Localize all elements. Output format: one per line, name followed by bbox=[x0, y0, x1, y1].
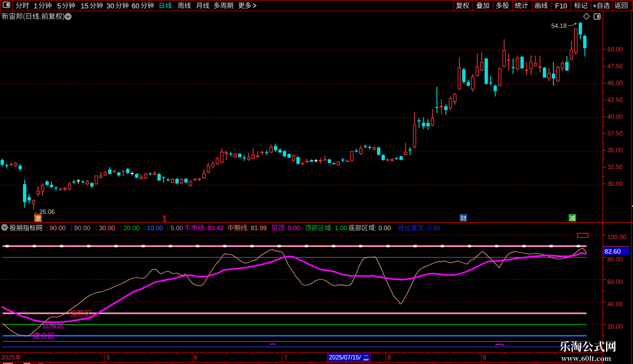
svg-text:: 0.00: : 0.00 bbox=[375, 225, 391, 231]
svg-text:30: 30 bbox=[106, 2, 114, 10]
svg-text:: 90.00: : 90.00 bbox=[46, 225, 66, 231]
svg-text:100.00: 100.00 bbox=[607, 234, 626, 240]
svg-text:8: 8 bbox=[388, 354, 391, 361]
svg-text:20.00: 20.00 bbox=[607, 323, 623, 330]
svg-text:: 81.99: : 81.99 bbox=[247, 225, 267, 231]
svg-text:: 30.00: : 30.00 bbox=[95, 225, 115, 231]
svg-text:2025: 2025 bbox=[1, 354, 15, 361]
svg-text:7: 7 bbox=[284, 354, 287, 361]
svg-text:60: 60 bbox=[132, 2, 139, 10]
svg-text:: 0.00: : 0.00 bbox=[284, 225, 300, 231]
svg-text:+: + bbox=[593, 2, 597, 10]
svg-text:40.00: 40.00 bbox=[607, 113, 623, 120]
svg-text:60.00: 60.00 bbox=[607, 278, 623, 285]
svg-text:: 1.00: : 1.00 bbox=[331, 225, 347, 231]
svg-text:50.00: 50.00 bbox=[607, 46, 623, 53]
svg-text:35.00: 35.00 bbox=[607, 147, 623, 153]
svg-text:2025/07/15/: 2025/07/15/ bbox=[329, 354, 361, 361]
svg-text:1: 1 bbox=[34, 2, 38, 10]
svg-text:5: 5 bbox=[106, 354, 110, 361]
svg-text:40.00: 40.00 bbox=[607, 301, 623, 307]
svg-text:54.18: 54.18 bbox=[551, 22, 567, 29]
svg-text:82.60: 82.60 bbox=[604, 248, 621, 255]
svg-text:42.50: 42.50 bbox=[607, 96, 623, 103]
svg-text:30.00: 30.00 bbox=[607, 180, 623, 187]
svg-text:: 20.00: : 20.00 bbox=[120, 225, 139, 231]
svg-text:F10: F10 bbox=[555, 2, 567, 10]
svg-text:5: 5 bbox=[57, 2, 61, 10]
svg-text:32.50: 32.50 bbox=[607, 164, 623, 170]
svg-text:: 5.00: : 5.00 bbox=[167, 225, 183, 231]
svg-text:6: 6 bbox=[194, 354, 197, 361]
svg-text:9: 9 bbox=[483, 354, 486, 361]
svg-text:←26.06: ←26.06 bbox=[33, 208, 55, 215]
svg-text:47.50: 47.50 bbox=[607, 63, 623, 69]
svg-text:: 0.00: : 0.00 bbox=[424, 225, 440, 231]
svg-text:80.00: 80.00 bbox=[607, 256, 623, 263]
svg-text:45.00: 45.00 bbox=[607, 80, 623, 86]
svg-text:15: 15 bbox=[81, 2, 89, 10]
svg-text:: 80.00: : 80.00 bbox=[71, 225, 90, 231]
svg-text:: 83.42: : 83.42 bbox=[204, 225, 224, 231]
svg-text:: 10.00: : 10.00 bbox=[143, 225, 163, 231]
svg-text:37.50: 37.50 bbox=[607, 130, 623, 137]
svg-text:S: S bbox=[162, 216, 166, 223]
